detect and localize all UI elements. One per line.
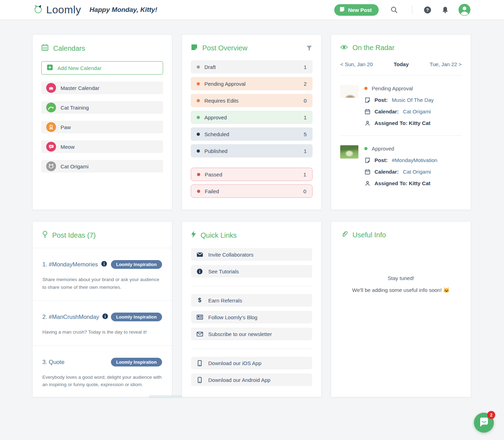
- header-divider: [412, 6, 412, 14]
- post-label: Post:: [374, 157, 388, 163]
- status-dot: [197, 99, 200, 102]
- post-overview-title-text: Post Overview: [202, 44, 247, 52]
- notifications-bell-icon[interactable]: [441, 6, 449, 14]
- useful-info-card-title: Useful Info: [341, 231, 461, 239]
- mobile-phone-icon: [196, 360, 203, 366]
- status-row-pending-approval[interactable]: Pending Approval 2: [191, 77, 313, 90]
- status-row-passed[interactable]: Passed 1: [191, 168, 313, 181]
- status-count: 1: [304, 64, 307, 70]
- status-label: Failed: [205, 188, 219, 194]
- quick-link-label: Follow Loomly's Blog: [208, 314, 257, 320]
- search-icon[interactable]: [390, 6, 398, 14]
- cat-jump-icon: [46, 103, 56, 112]
- radar-item-pending[interactable]: Pending Approval Post: Music Of The Day …: [340, 76, 462, 126]
- calendar-item-paw[interactable]: Paw: [41, 121, 163, 133]
- post-idea-description: Share memories about your brand or ask y…: [42, 276, 162, 291]
- note-icon: [364, 158, 370, 163]
- download-ios-app-link[interactable]: Download our iOS App: [191, 357, 312, 369]
- radar-prev-day-link[interactable]: < Sun, Jan 20: [340, 61, 373, 67]
- help-icon[interactable]: ?: [424, 6, 432, 14]
- status-row-requires-edits[interactable]: Requires Edits 0: [191, 94, 313, 107]
- status-dot: [197, 190, 200, 193]
- follow-blog-link[interactable]: Follow Loomly's Blog: [191, 311, 312, 323]
- newspaper-icon: [196, 315, 203, 320]
- loomly-brand[interactable]: Loomly: [33, 4, 81, 16]
- quick-link-label: Download our iOS App: [208, 360, 261, 366]
- quick-link-label: Earn Referrals: [208, 298, 242, 303]
- status-count: 1: [304, 114, 307, 120]
- status-row-failed[interactable]: Failed 0: [191, 184, 313, 198]
- download-android-app-link[interactable]: Download our Android App: [191, 373, 312, 386]
- status-row-published[interactable]: Published 1: [191, 144, 313, 158]
- info-circle-icon: [196, 268, 203, 274]
- status-row-approved[interactable]: Approved 1: [191, 111, 313, 124]
- status-dot: [197, 65, 200, 69]
- note-icon: [364, 97, 370, 103]
- info-icon[interactable]: [101, 261, 107, 268]
- award-icon: [46, 122, 56, 132]
- post-idea-description: Having a man crush? Today is the day to …: [42, 328, 162, 336]
- calendar-icon: [364, 109, 370, 114]
- loomly-inspiration-badge[interactable]: Loomly Inspiration: [111, 260, 162, 269]
- subscribe-newsletter-link[interactable]: Subscribe to our newsletter: [191, 328, 312, 340]
- mobile-phone-icon: [196, 377, 203, 383]
- greeting-text: Happy Monday, Kitty!: [90, 6, 158, 14]
- quick-links-card-title: Quick Links: [191, 231, 312, 240]
- status-row-scheduled[interactable]: Scheduled 5: [191, 127, 313, 141]
- status-label: Pending Approval: [204, 81, 246, 87]
- radar-next-day-link[interactable]: Tue, Jan 22 >: [429, 61, 462, 67]
- loomly-inspiration-badge[interactable]: Loomly Inspiration: [111, 313, 162, 321]
- see-tutorials-link[interactable]: See Tutorials: [191, 265, 312, 278]
- post-overview-card: Post Overview Draft 1 Pending Approval 2…: [182, 34, 322, 210]
- chat-widget-button[interactable]: 2: [474, 413, 494, 433]
- calendar-icon: [41, 44, 49, 53]
- post-ideas-title-text: Post Ideas (7): [52, 231, 96, 239]
- status-row-draft[interactable]: Draft 1: [191, 60, 313, 74]
- svg-text:?: ?: [426, 7, 429, 13]
- post-ideas-card-title: Post Ideas (7): [42, 231, 162, 240]
- add-new-calendar-label: Add New Calendar: [57, 65, 102, 71]
- calendar-item-label: Master Calendar: [61, 85, 99, 91]
- post-title-link[interactable]: Music Of The Day: [392, 97, 434, 103]
- calendar-name-link[interactable]: Cat Origami: [403, 109, 431, 114]
- post-overview-card-title: Post Overview: [191, 44, 247, 53]
- post-idea-title-text: 1. #MondayMemories: [42, 261, 98, 268]
- status-label: Approved: [204, 114, 227, 120]
- post-title-link[interactable]: #MondayMotivation: [392, 157, 438, 163]
- quick-link-label: See Tutorials: [208, 268, 239, 274]
- post-label: Post:: [374, 97, 388, 103]
- quick-links-title-text: Quick Links: [201, 231, 237, 239]
- crown-icon: [46, 83, 56, 93]
- post-idea-item-2: 2. #ManCrushMonday Loomly Inspiration Ha…: [33, 300, 172, 345]
- post-idea-title-link[interactable]: 3. Quote: [42, 359, 64, 365]
- radar-today-label: Today: [373, 61, 429, 67]
- logo-text: Loomly: [46, 4, 81, 16]
- new-post-button[interactable]: New Post: [334, 4, 379, 16]
- filter-icon[interactable]: [306, 45, 313, 51]
- earn-referrals-link[interactable]: $ Earn Referrals: [191, 294, 312, 307]
- post-idea-title-link[interactable]: 1. #MondayMemories: [42, 261, 107, 268]
- calendar-item-cat-origami[interactable]: Cat Origami: [41, 160, 163, 173]
- chat-unread-badge: 2: [487, 411, 495, 419]
- status-count: 5: [304, 131, 307, 137]
- invite-collaborators-link[interactable]: Invite Collaborators: [191, 248, 312, 261]
- status-label: Scheduled: [204, 131, 229, 137]
- calendar-item-meow[interactable]: Meow: [41, 140, 163, 153]
- envelope-outline-icon: [196, 332, 203, 336]
- status-label: Passed: [205, 172, 222, 177]
- calendar-item-master[interactable]: Master Calendar: [41, 82, 163, 94]
- info-icon[interactable]: [102, 313, 108, 321]
- status-dot: [197, 82, 200, 85]
- status-dot: [197, 116, 200, 119]
- post-idea-title-link[interactable]: 2. #ManCrushMonday: [42, 313, 108, 321]
- calendar-icon: [364, 169, 370, 175]
- calendar-item-cat-training[interactable]: Cat Training: [41, 101, 163, 114]
- add-new-calendar-button[interactable]: Add New Calendar: [41, 61, 163, 75]
- calendar-name-link[interactable]: Cat Origami: [403, 169, 431, 175]
- coming-soon-text: We'll be adding some useful info soon! 🐱: [341, 287, 461, 293]
- user-avatar[interactable]: [458, 4, 471, 16]
- radar-item-approved[interactable]: Approved Post: #MondayMotivation Calenda…: [340, 136, 462, 187]
- loomly-inspiration-badge[interactable]: Loomly Inspiration: [111, 358, 162, 366]
- lightning-bolt-icon: [191, 231, 196, 240]
- radar-title-text: On the Radar: [352, 44, 394, 52]
